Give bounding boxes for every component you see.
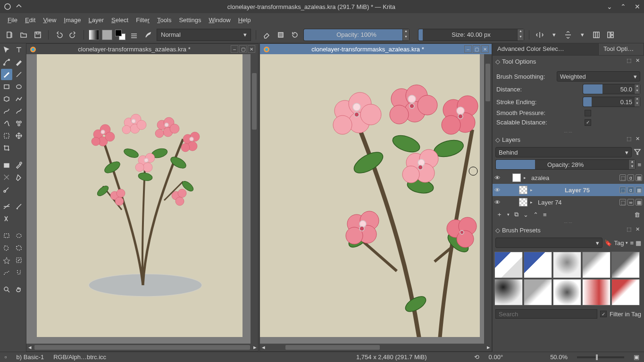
polygon-select-tool[interactable] <box>13 242 25 254</box>
calligraphy-tool[interactable] <box>13 57 25 68</box>
zoom-tool[interactable] <box>1 284 12 295</box>
alpha-icon[interactable]: α <box>627 187 634 193</box>
menu-image[interactable]: Image <box>61 15 84 25</box>
scrollbar-h[interactable]: ◂▸ <box>260 344 492 351</box>
zoom-fit-button[interactable]: ▣ <box>634 354 639 361</box>
brush-preset-button[interactable] <box>142 29 154 41</box>
multibrush-tool[interactable] <box>13 118 25 129</box>
inherit-icon[interactable]: ▦ <box>636 174 642 181</box>
lock-icon[interactable]: ⬚ <box>619 199 626 206</box>
measure-tool[interactable] <box>13 201 25 212</box>
mirror-h-button[interactable] <box>534 29 545 41</box>
maximize-button[interactable]: ⌃ <box>620 3 626 10</box>
inherit-icon[interactable]: ▦ <box>636 187 642 193</box>
move-tool[interactable] <box>1 44 12 56</box>
doc-close-button[interactable]: ✕ <box>248 45 255 53</box>
zoom-slider[interactable] <box>577 356 624 358</box>
pan-tool[interactable] <box>13 284 25 295</box>
smoothing-combo[interactable]: Weighted▾ <box>557 71 640 82</box>
document-titlebar-2[interactable]: clonelayer-transformmasks_azaleas.kra * … <box>260 44 492 54</box>
polyline-tool[interactable] <box>13 93 25 105</box>
list-view-button[interactable]: ≡ <box>630 239 634 247</box>
menu-select[interactable]: Select <box>109 15 131 25</box>
smart-fill-tool[interactable] <box>13 172 25 183</box>
ellipse-select-tool[interactable] <box>13 230 25 241</box>
pattern-swatch[interactable] <box>102 30 112 40</box>
scrollbar-h[interactable]: ◂▸ <box>26 344 258 351</box>
mirror-chevron-icon[interactable]: ▾ <box>548 29 560 41</box>
layer-blend-combo[interactable]: Behind▾ <box>495 147 632 157</box>
bookmark-icon[interactable]: 🔖 <box>604 239 612 247</box>
layer-row[interactable]: 👁 ▸ azalea ⬚α▦ <box>493 172 644 184</box>
alpha-lock-button[interactable] <box>275 29 286 41</box>
lock-icon[interactable]: ⬚ <box>619 174 626 181</box>
line-tool[interactable] <box>13 69 25 80</box>
smooth-pressure-checkbox[interactable] <box>585 110 591 116</box>
workspace-button[interactable] <box>605 29 616 41</box>
smart-patch-tool[interactable] <box>1 172 12 183</box>
new-file-button[interactable] <box>4 29 15 41</box>
close-button[interactable]: ✕ <box>635 3 640 10</box>
layer-row[interactable]: 👁 ▸ Layer 74 ⬚∞▦ <box>493 196 644 208</box>
polygon-tool[interactable] <box>1 93 12 105</box>
doc-max-button[interactable]: ▢ <box>239 45 247 53</box>
canvas-1[interactable] <box>26 54 258 344</box>
doc-close-button[interactable]: ✕ <box>481 45 489 53</box>
alpha-icon[interactable]: α <box>627 174 634 181</box>
lock-icon[interactable]: ⬚ <box>619 187 626 193</box>
blend-mode-combo[interactable]: Normal ▾ <box>157 29 251 41</box>
brush-preset[interactable] <box>494 252 523 278</box>
scrollbar-v[interactable] <box>251 54 258 344</box>
visibility-icon[interactable]: 👁 <box>494 187 502 194</box>
close-panel-button[interactable]: ✕ <box>634 226 641 234</box>
contiguous-select-tool[interactable] <box>1 255 12 266</box>
text-tool[interactable] <box>13 44 25 56</box>
move-up-button[interactable]: ⌃ <box>533 211 538 218</box>
float-button[interactable]: ⬚ <box>625 136 633 143</box>
pin-icon[interactable] <box>15 2 23 11</box>
bezier-tool[interactable] <box>1 106 12 117</box>
transform-tool[interactable] <box>1 130 12 141</box>
mirror-v-button[interactable] <box>562 29 574 41</box>
brush-preset[interactable] <box>524 252 552 278</box>
panel-grip[interactable]: ⋯⋯ <box>493 130 644 134</box>
brush-preset[interactable] <box>611 252 640 278</box>
expand-icon[interactable]: ▸ <box>530 188 535 192</box>
eraser-mode-button[interactable] <box>261 29 272 41</box>
inherit-icon[interactable]: ▦ <box>636 199 642 206</box>
duplicate-layer-button[interactable]: ⧉ <box>514 211 519 218</box>
menu-icon[interactable]: ≡ <box>637 161 641 168</box>
opacity-slider[interactable]: Opacity: 100% ▲▼ <box>303 29 410 41</box>
magnetic-select-tool[interactable] <box>13 267 25 278</box>
gradient-tool[interactable] <box>1 184 12 195</box>
filter-icon[interactable] <box>634 148 641 157</box>
close-panel-button[interactable]: ✕ <box>634 136 641 143</box>
float-button[interactable]: ⬚ <box>625 58 633 65</box>
rect-select-tool[interactable] <box>1 230 12 241</box>
color-picker-tool[interactable] <box>13 159 25 171</box>
stroke-ending-input[interactable]: 0.15▲▼ <box>583 97 640 107</box>
color-swatch[interactable] <box>115 30 125 40</box>
filter-in-tag-checkbox[interactable]: ✓ <box>600 311 607 317</box>
menu-window[interactable]: Window <box>206 15 233 25</box>
freehand-path-tool[interactable] <box>13 106 25 117</box>
menu-filter[interactable]: Filter <box>133 15 152 25</box>
menu-help[interactable]: Help <box>235 15 254 25</box>
alpha-icon[interactable]: ∞ <box>627 199 634 206</box>
tab-advanced-color[interactable]: Advanced Color Selec… <box>493 43 599 55</box>
reference-tool[interactable] <box>1 213 12 224</box>
brush-preset[interactable] <box>553 252 581 278</box>
brush-preset[interactable] <box>611 279 640 305</box>
size-slider[interactable]: Size: 40.00 px ▲▼ <box>418 29 524 41</box>
delete-layer-button[interactable]: 🗑 <box>634 211 640 218</box>
gradient-swatch[interactable] <box>89 30 99 40</box>
redo-button[interactable] <box>67 29 79 41</box>
menu-tools[interactable]: Tools <box>154 15 174 25</box>
visibility-icon[interactable]: 👁 <box>494 174 502 181</box>
brush-preset[interactable] <box>582 252 611 278</box>
doc-min-button[interactable]: – <box>464 45 472 53</box>
menu-view[interactable]: View <box>40 15 59 25</box>
tab-tool-options[interactable]: Tool Opti… <box>599 43 644 55</box>
similar-select-tool[interactable] <box>13 255 25 266</box>
ellipse-tool[interactable] <box>13 81 25 92</box>
